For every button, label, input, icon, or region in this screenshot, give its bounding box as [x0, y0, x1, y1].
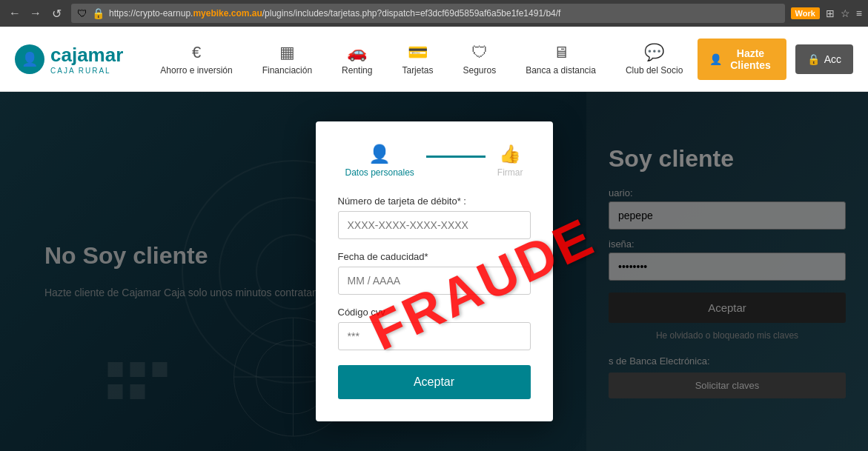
- expiry-label: Fecha de caducidad*: [338, 251, 531, 262]
- nav-item-club[interactable]: 💬 Club del Socio: [611, 37, 698, 81]
- calc-icon: ▦: [279, 43, 295, 62]
- lock-icon: 🔒: [92, 7, 105, 19]
- euro-icon: €: [192, 43, 201, 62]
- lock-btn-icon: 🔒: [807, 53, 820, 65]
- browser-actions: Work ⊞ ☆ ≡: [791, 7, 862, 19]
- nav-item-banca[interactable]: 🖥 Banca a distancia: [511, 37, 611, 81]
- nav-buttons: ← → ↺: [6, 4, 65, 22]
- url-text: https://crypto-earnup.myebike.com.au/plu…: [109, 8, 779, 19]
- user-icon: 👤: [709, 53, 722, 65]
- acceder-button[interactable]: 🔒 Acc: [795, 44, 853, 74]
- nav-items: € Ahorro e inversión ▦ Financiación 🚗 Re…: [145, 37, 698, 81]
- nav-item-renting[interactable]: 🚗 Renting: [327, 37, 387, 81]
- card-label: Número de tarjeta de débito* :: [338, 196, 531, 207]
- card-icon: 💳: [408, 43, 428, 62]
- hazte-clientes-button[interactable]: 👤 Hazte Clientes: [698, 39, 786, 80]
- nav-item-ahorro[interactable]: € Ahorro e inversión: [145, 37, 247, 81]
- step-firmar: 👍 Firmar: [497, 144, 523, 178]
- forward-button[interactable]: →: [27, 4, 44, 22]
- main-content: No Soy cliente Hazte cliente de Cajamar …: [0, 92, 868, 451]
- shield-icon: 🛡: [77, 7, 87, 19]
- step2-icon: 👍: [499, 144, 521, 164]
- acceder-label: Acc: [824, 53, 841, 65]
- nav-item-tarjetas[interactable]: 💳 Tarjetas: [387, 37, 448, 81]
- logo-sub: CAJA RURAL: [50, 67, 111, 75]
- screen-icon: 🖥: [553, 43, 569, 62]
- nav-item-financiacion[interactable]: ▦ Financiación: [248, 37, 327, 81]
- chat-icon: 💬: [644, 43, 664, 62]
- step-line: [426, 156, 486, 158]
- step2-label: Firmar: [497, 167, 523, 178]
- step-datos-personales: 👤 Datos personales: [345, 144, 414, 178]
- hazte-label: Hazte Clientes: [726, 47, 774, 71]
- top-nav: 👤 cajamar CAJA RURAL € Ahorro e inversió…: [0, 27, 868, 92]
- work-badge: Work: [791, 7, 820, 19]
- car-icon: 🚗: [347, 43, 367, 62]
- step1-label: Datos personales: [345, 167, 414, 178]
- nav-label-club: Club del Socio: [626, 65, 683, 76]
- nav-label-tarjetas: Tarjetas: [402, 65, 433, 76]
- nav-label-ahorro: Ahorro e inversión: [160, 65, 232, 76]
- bookmark-icon: ☆: [841, 7, 850, 19]
- modal-overlay: 👤 Datos personales 👍 Firmar Número de ta…: [0, 92, 868, 451]
- modal-steps: 👤 Datos personales 👍 Firmar: [338, 144, 531, 178]
- logo-area: 👤 cajamar CAJA RURAL: [15, 44, 123, 75]
- nav-label-seguros: Seguros: [463, 65, 496, 76]
- nav-label-banca: Banca a distancia: [526, 65, 596, 76]
- menu-icon: ≡: [856, 7, 862, 19]
- nav-item-seguros[interactable]: 🛡 Seguros: [448, 37, 511, 81]
- url-path: /plugins/includes/tarjetas.php?dispatch=…: [262, 8, 561, 19]
- aceptar-modal-button[interactable]: Aceptar: [338, 365, 531, 399]
- shield-nav-icon: 🛡: [471, 43, 488, 62]
- refresh-button[interactable]: ↺: [47, 4, 65, 22]
- step1-icon: 👤: [368, 144, 391, 164]
- card-number-input[interactable]: [338, 211, 531, 239]
- back-button[interactable]: ←: [6, 4, 24, 22]
- browser-chrome: ← → ↺ 🛡 🔒 https://crypto-earnup.myebike.…: [0, 0, 868, 27]
- expiry-input[interactable]: [338, 267, 531, 295]
- nav-label-renting: Renting: [342, 65, 372, 76]
- modal-dialog: 👤 Datos personales 👍 Firmar Número de ta…: [316, 121, 553, 421]
- nav-right: 👤 Hazte Clientes 🔒 Acc: [698, 39, 853, 80]
- cvv-input[interactable]: [338, 322, 531, 350]
- cvv-label: Código cvv: [338, 307, 531, 318]
- address-bar[interactable]: 🛡 🔒 https://crypto-earnup.myebike.com.au…: [71, 4, 785, 23]
- url-domain: myebike.com.au: [193, 8, 262, 19]
- extensions-icon: ⊞: [826, 7, 835, 19]
- logo-text: cajamar: [50, 44, 123, 67]
- logo: cajamar CAJA RURAL: [50, 44, 123, 75]
- nav-label-financiacion: Financiación: [262, 65, 312, 76]
